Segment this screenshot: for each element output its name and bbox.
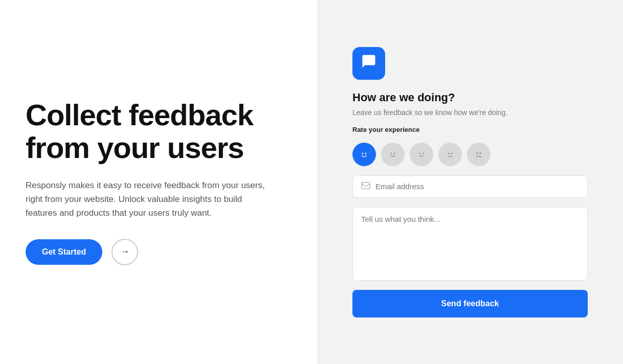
happy-icon bbox=[387, 149, 398, 160]
email-input-wrapper bbox=[352, 175, 588, 198]
svg-point-13 bbox=[473, 149, 484, 160]
rating-row bbox=[352, 143, 588, 166]
email-icon bbox=[361, 182, 370, 191]
emoji-happy-button[interactable] bbox=[381, 143, 405, 166]
emoji-very-sad-button[interactable] bbox=[467, 143, 491, 166]
send-feedback-button[interactable]: Send feedback bbox=[352, 290, 588, 317]
svg-point-8 bbox=[422, 152, 424, 153]
feedback-subheading: Leave us feedback so we know how we're d… bbox=[352, 108, 588, 117]
svg-point-6 bbox=[416, 149, 427, 160]
very-sad-icon bbox=[473, 149, 484, 160]
hero-subtitle: Responsly makes it easy to receive feedb… bbox=[26, 178, 271, 220]
svg-point-5 bbox=[394, 152, 395, 153]
feedback-textarea[interactable] bbox=[361, 215, 579, 271]
get-started-button[interactable]: Get Started bbox=[26, 239, 102, 265]
chat-icon-box bbox=[352, 47, 385, 80]
svg-point-12 bbox=[451, 152, 452, 153]
svg-point-7 bbox=[419, 152, 420, 153]
svg-point-11 bbox=[448, 152, 449, 153]
hero-title: Collect feedback from your users bbox=[26, 99, 292, 164]
feedback-heading: How are we doing? bbox=[352, 91, 588, 104]
emoji-neutral-button[interactable] bbox=[410, 143, 433, 166]
very-happy-icon bbox=[359, 149, 370, 160]
left-panel: Collect feedback from your users Respons… bbox=[0, 68, 317, 295]
chat-bubble-icon bbox=[361, 54, 376, 73]
feedback-card: How are we doing? Leave us feedback so w… bbox=[352, 47, 588, 317]
cta-row: Get Started → bbox=[26, 239, 292, 265]
svg-point-4 bbox=[391, 152, 392, 153]
sad-icon bbox=[444, 149, 456, 160]
svg-point-15 bbox=[480, 152, 481, 153]
svg-point-0 bbox=[359, 149, 370, 160]
rating-label: Rate your experience bbox=[352, 126, 588, 133]
emoji-sad-button[interactable] bbox=[438, 143, 462, 166]
svg-point-14 bbox=[477, 152, 478, 153]
right-panel: How are we doing? Leave us feedback so w… bbox=[317, 0, 623, 364]
svg-point-10 bbox=[444, 149, 456, 160]
svg-point-2 bbox=[365, 152, 367, 154]
hero-title-line2: from your users bbox=[26, 131, 244, 164]
email-input[interactable] bbox=[375, 182, 579, 191]
svg-point-1 bbox=[362, 152, 364, 154]
svg-rect-16 bbox=[362, 182, 370, 188]
emoji-very-happy-button[interactable] bbox=[352, 143, 376, 166]
arrow-button[interactable]: → bbox=[112, 239, 138, 265]
arrow-icon: → bbox=[120, 246, 129, 257]
neutral-icon bbox=[416, 149, 427, 160]
hero-title-line1: Collect feedback bbox=[26, 98, 253, 131]
svg-point-3 bbox=[387, 149, 398, 160]
textarea-wrapper bbox=[352, 207, 588, 281]
